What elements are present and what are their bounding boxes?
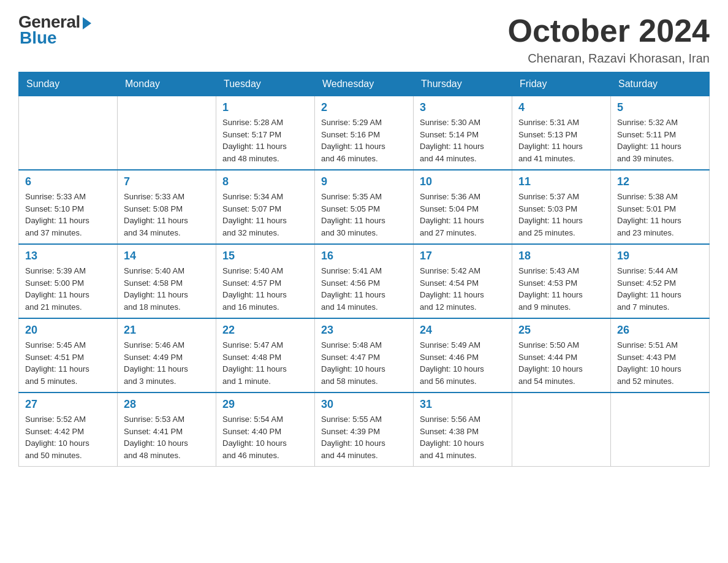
day-info: Sunrise: 5:41 AM Sunset: 4:56 PM Dayligh… (321, 265, 407, 313)
calendar-cell: 5Sunrise: 5:32 AM Sunset: 5:11 PM Daylig… (611, 96, 710, 170)
calendar-cell: 29Sunrise: 5:54 AM Sunset: 4:40 PM Dayli… (216, 393, 315, 467)
calendar-cell: 10Sunrise: 5:36 AM Sunset: 5:04 PM Dayli… (414, 170, 512, 244)
day-number: 23 (321, 324, 407, 337)
day-info: Sunrise: 5:42 AM Sunset: 4:54 PM Dayligh… (420, 265, 506, 313)
page-header: General Blue October 2024 Chenaran, Raza… (18, 12, 710, 66)
calendar-cell: 9Sunrise: 5:35 AM Sunset: 5:05 PM Daylig… (315, 170, 414, 244)
calendar-cell (611, 393, 710, 467)
day-number: 19 (617, 250, 703, 262)
week-row-3: 13Sunrise: 5:39 AM Sunset: 5:00 PM Dayli… (19, 244, 710, 318)
calendar-cell: 23Sunrise: 5:48 AM Sunset: 4:47 PM Dayli… (315, 318, 414, 393)
day-number: 22 (222, 324, 308, 337)
day-info: Sunrise: 5:56 AM Sunset: 4:38 PM Dayligh… (420, 413, 506, 461)
day-number: 8 (222, 175, 308, 188)
day-number: 16 (321, 250, 407, 262)
calendar-cell: 6Sunrise: 5:33 AM Sunset: 5:10 PM Daylig… (19, 170, 118, 244)
day-number: 5 (617, 101, 703, 114)
day-number: 21 (124, 324, 210, 337)
day-number: 1 (222, 101, 308, 114)
day-info: Sunrise: 5:43 AM Sunset: 4:53 PM Dayligh… (518, 265, 604, 313)
calendar-cell: 31Sunrise: 5:56 AM Sunset: 4:38 PM Dayli… (414, 393, 512, 467)
col-header-thursday: Thursday (414, 72, 512, 96)
calendar-cell (118, 96, 216, 170)
calendar-cell (19, 96, 118, 170)
calendar-cell: 27Sunrise: 5:52 AM Sunset: 4:42 PM Dayli… (19, 393, 118, 467)
calendar-cell: 8Sunrise: 5:34 AM Sunset: 5:07 PM Daylig… (216, 170, 315, 244)
day-number: 9 (321, 175, 407, 188)
day-number: 20 (25, 324, 111, 337)
day-number: 18 (518, 250, 604, 262)
calendar-cell (512, 393, 611, 467)
day-info: Sunrise: 5:29 AM Sunset: 5:16 PM Dayligh… (321, 117, 407, 164)
day-number: 6 (25, 175, 111, 188)
day-info: Sunrise: 5:33 AM Sunset: 5:08 PM Dayligh… (124, 191, 210, 239)
col-header-tuesday: Tuesday (216, 72, 315, 96)
calendar-cell: 28Sunrise: 5:53 AM Sunset: 4:41 PM Dayli… (118, 393, 216, 467)
day-info: Sunrise: 5:38 AM Sunset: 5:01 PM Dayligh… (617, 191, 703, 239)
day-info: Sunrise: 5:45 AM Sunset: 4:51 PM Dayligh… (25, 339, 111, 387)
week-row-5: 27Sunrise: 5:52 AM Sunset: 4:42 PM Dayli… (19, 393, 710, 467)
day-number: 28 (124, 398, 210, 411)
day-info: Sunrise: 5:44 AM Sunset: 4:52 PM Dayligh… (617, 265, 703, 313)
day-info: Sunrise: 5:32 AM Sunset: 5:11 PM Dayligh… (617, 117, 703, 164)
day-number: 17 (420, 250, 506, 262)
day-info: Sunrise: 5:40 AM Sunset: 4:57 PM Dayligh… (222, 265, 308, 313)
day-info: Sunrise: 5:46 AM Sunset: 4:49 PM Dayligh… (124, 339, 210, 387)
day-number: 13 (25, 250, 111, 262)
day-number: 2 (321, 101, 407, 114)
calendar-cell: 14Sunrise: 5:40 AM Sunset: 4:58 PM Dayli… (118, 244, 216, 318)
month-title: October 2024 (508, 12, 710, 49)
day-number: 15 (222, 250, 308, 262)
day-number: 31 (420, 398, 506, 411)
calendar-cell: 25Sunrise: 5:50 AM Sunset: 4:44 PM Dayli… (512, 318, 611, 393)
day-info: Sunrise: 5:36 AM Sunset: 5:04 PM Dayligh… (420, 191, 506, 239)
day-info: Sunrise: 5:50 AM Sunset: 4:44 PM Dayligh… (518, 339, 604, 387)
col-header-sunday: Sunday (19, 72, 118, 96)
calendar-cell: 20Sunrise: 5:45 AM Sunset: 4:51 PM Dayli… (19, 318, 118, 393)
day-info: Sunrise: 5:47 AM Sunset: 4:48 PM Dayligh… (222, 339, 308, 387)
calendar-cell: 26Sunrise: 5:51 AM Sunset: 4:43 PM Dayli… (611, 318, 710, 393)
calendar-cell: 22Sunrise: 5:47 AM Sunset: 4:48 PM Dayli… (216, 318, 315, 393)
calendar-cell: 18Sunrise: 5:43 AM Sunset: 4:53 PM Dayli… (512, 244, 611, 318)
day-info: Sunrise: 5:52 AM Sunset: 4:42 PM Dayligh… (25, 413, 111, 461)
day-info: Sunrise: 5:35 AM Sunset: 5:05 PM Dayligh… (321, 191, 407, 239)
day-info: Sunrise: 5:34 AM Sunset: 5:07 PM Dayligh… (222, 191, 308, 239)
week-row-4: 20Sunrise: 5:45 AM Sunset: 4:51 PM Dayli… (19, 318, 710, 393)
day-number: 29 (222, 398, 308, 411)
day-number: 7 (124, 175, 210, 188)
day-number: 11 (518, 175, 604, 188)
day-info: Sunrise: 5:51 AM Sunset: 4:43 PM Dayligh… (617, 339, 703, 387)
calendar-cell: 24Sunrise: 5:49 AM Sunset: 4:46 PM Dayli… (414, 318, 512, 393)
calendar-cell: 17Sunrise: 5:42 AM Sunset: 4:54 PM Dayli… (414, 244, 512, 318)
col-header-friday: Friday (512, 72, 611, 96)
calendar-cell: 1Sunrise: 5:28 AM Sunset: 5:17 PM Daylig… (216, 96, 315, 170)
day-info: Sunrise: 5:33 AM Sunset: 5:10 PM Dayligh… (25, 191, 111, 239)
calendar-table: SundayMondayTuesdayWednesdayThursdayFrid… (18, 72, 710, 467)
day-info: Sunrise: 5:49 AM Sunset: 4:46 PM Dayligh… (420, 339, 506, 387)
calendar-cell: 19Sunrise: 5:44 AM Sunset: 4:52 PM Dayli… (611, 244, 710, 318)
calendar-cell: 16Sunrise: 5:41 AM Sunset: 4:56 PM Dayli… (315, 244, 414, 318)
day-number: 10 (420, 175, 506, 188)
day-info: Sunrise: 5:31 AM Sunset: 5:13 PM Dayligh… (518, 117, 604, 164)
day-info: Sunrise: 5:54 AM Sunset: 4:40 PM Dayligh… (222, 413, 308, 461)
logo-blue-text: Blue (20, 28, 57, 48)
col-header-saturday: Saturday (611, 72, 710, 96)
calendar-cell: 21Sunrise: 5:46 AM Sunset: 4:49 PM Dayli… (118, 318, 216, 393)
day-number: 25 (518, 324, 604, 337)
day-number: 3 (420, 101, 506, 114)
calendar-cell: 12Sunrise: 5:38 AM Sunset: 5:01 PM Dayli… (611, 170, 710, 244)
day-info: Sunrise: 5:37 AM Sunset: 5:03 PM Dayligh… (518, 191, 604, 239)
calendar-cell: 13Sunrise: 5:39 AM Sunset: 5:00 PM Dayli… (19, 244, 118, 318)
calendar-cell: 15Sunrise: 5:40 AM Sunset: 4:57 PM Dayli… (216, 244, 315, 318)
calendar-cell: 3Sunrise: 5:30 AM Sunset: 5:14 PM Daylig… (414, 96, 512, 170)
calendar-cell: 11Sunrise: 5:37 AM Sunset: 5:03 PM Dayli… (512, 170, 611, 244)
calendar-cell: 4Sunrise: 5:31 AM Sunset: 5:13 PM Daylig… (512, 96, 611, 170)
day-number: 26 (617, 324, 703, 337)
location-subtitle: Chenaran, Razavi Khorasan, Iran (508, 52, 710, 66)
col-header-wednesday: Wednesday (315, 72, 414, 96)
day-number: 14 (124, 250, 210, 262)
day-info: Sunrise: 5:30 AM Sunset: 5:14 PM Dayligh… (420, 117, 506, 164)
calendar-cell: 7Sunrise: 5:33 AM Sunset: 5:08 PM Daylig… (118, 170, 216, 244)
day-info: Sunrise: 5:48 AM Sunset: 4:47 PM Dayligh… (321, 339, 407, 387)
day-info: Sunrise: 5:55 AM Sunset: 4:39 PM Dayligh… (321, 413, 407, 461)
